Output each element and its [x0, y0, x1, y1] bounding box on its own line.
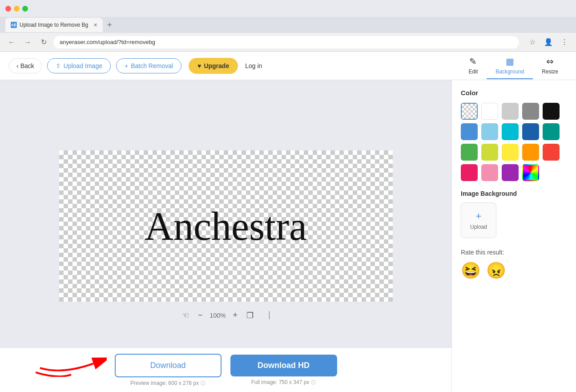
resize-tool-button[interactable]: ⇔ Resize — [533, 53, 567, 79]
upload-background-button[interactable]: + Upload — [461, 202, 496, 238]
upload-icon: ⇧ — [56, 62, 61, 69]
color-swatch-gradient[interactable] — [522, 164, 539, 181]
tab-favicon: AE — [11, 22, 17, 28]
main-content: Anchestra ☜ − 100% + ❐ ⎹ — [0, 80, 576, 392]
upload-image-button[interactable]: ⇧ Upload Image — [47, 58, 111, 73]
zoom-in-button[interactable]: + — [231, 309, 239, 322]
upload-plus-icon: + — [476, 210, 482, 222]
rate-section: Rate this result: 😆 😠 — [461, 249, 567, 280]
color-swatch-white[interactable] — [481, 103, 498, 120]
back-nav-button[interactable]: ← — [5, 36, 18, 48]
canvas-area: Anchestra ☜ − 100% + ❐ ⎹ — [0, 80, 451, 392]
edit-tool-button[interactable]: ✎ Edit — [460, 53, 487, 79]
heart-icon: ♥ — [197, 62, 201, 69]
color-swatch-light-gray[interactable] — [502, 103, 519, 120]
image-background-section: Image Background + Upload — [461, 190, 567, 238]
fit-screen-button[interactable]: ❐ — [245, 309, 255, 322]
background-icon: ▦ — [506, 56, 514, 67]
upload-bg-label: Upload — [470, 224, 487, 230]
background-label: Background — [495, 69, 524, 75]
zoom-level: 100% — [210, 312, 226, 319]
preview-label: Preview image: 600 x 278 px — [130, 380, 199, 386]
new-tab-button[interactable]: + — [105, 20, 115, 30]
color-swatch-pink[interactable] — [481, 164, 498, 181]
resize-label: Resize — [542, 69, 558, 75]
download-hd-button[interactable]: Download HD — [230, 355, 337, 376]
back-chevron-icon: ‹ — [16, 62, 19, 69]
color-swatch-yellow[interactable] — [502, 144, 519, 161]
address-input[interactable] — [53, 36, 519, 48]
login-button[interactable]: Log in — [245, 62, 262, 69]
upgrade-button[interactable]: ♥ Upgrade — [189, 58, 238, 74]
download-hd-section: Download HD Full image: 750 x 347 px ⓘ — [230, 355, 337, 386]
plus-icon: + — [125, 62, 128, 69]
sidebar: Color Image Background + — [451, 80, 576, 392]
color-swatch-gray[interactable] — [522, 103, 539, 120]
header-tools: ✎ Edit ▦ Background ⇔ Resize — [460, 53, 567, 79]
browser-actions: ☆ 👤 ⋮ — [526, 36, 571, 48]
zoom-controls: ☜ − 100% + ❐ ⎹ — [180, 309, 271, 322]
tab-bar: AE Upload Image to Remove Bg ✕ + — [0, 17, 576, 33]
color-swatch-purple[interactable] — [502, 164, 519, 181]
reload-button[interactable]: ↻ — [37, 36, 50, 48]
info-icon-hd: ⓘ — [311, 379, 316, 386]
happy-emoji-button[interactable]: 😆 — [461, 261, 481, 280]
color-swatch-red[interactable] — [543, 144, 560, 161]
red-arrow-icon — [36, 350, 107, 377]
color-swatch-yellow-green[interactable] — [481, 144, 498, 161]
zoom-out-button[interactable]: − — [196, 309, 205, 322]
edit-label: Edit — [469, 69, 478, 75]
color-swatch-teal[interactable] — [543, 123, 560, 140]
color-section-title: Color — [461, 89, 567, 97]
color-swatch-transparent[interactable] — [461, 103, 478, 120]
full-label: Full image: 750 x 347 px — [251, 379, 310, 385]
color-swatch-blue2[interactable] — [481, 123, 498, 140]
color-swatch-green[interactable] — [461, 144, 478, 161]
download-section: Download Preview image: 600 x 278 px ⓘ — [115, 354, 222, 387]
upgrade-label: Upgrade — [204, 62, 229, 69]
resize-icon: ⇔ — [546, 56, 554, 67]
active-tab[interactable]: AE Upload Image to Remove Bg ✕ — [5, 18, 103, 32]
color-swatch-pink-red[interactable] — [461, 164, 478, 181]
preview-size-text: Preview image: 600 x 278 px ⓘ — [130, 380, 205, 387]
tab-close-button[interactable]: ✕ — [93, 22, 97, 28]
image-bg-title: Image Background — [461, 190, 567, 197]
bookmark-button[interactable]: ☆ — [526, 36, 539, 48]
signature-text: Anchestra — [145, 203, 307, 249]
browser-chrome: AE Upload Image to Remove Bg ✕ + ← → ↻ ☆… — [0, 0, 576, 52]
app-header: ‹ Back ⇧ Upload Image + Batch Removal ♥ … — [0, 52, 576, 80]
batch-removal-button[interactable]: + Batch Removal — [116, 58, 181, 73]
batch-label: Batch Removal — [131, 62, 173, 69]
image-canvas: Anchestra — [59, 150, 393, 302]
arrow-annotation — [36, 350, 107, 379]
profile-button[interactable]: 👤 — [542, 36, 555, 48]
color-swatch-black[interactable] — [543, 103, 560, 120]
close-window-button[interactable] — [5, 6, 11, 12]
menu-button[interactable]: ⋮ — [558, 36, 571, 48]
color-swatch-blue-accent[interactable] — [461, 123, 478, 140]
bottom-bar: Download Preview image: 600 x 278 px ⓘ D… — [0, 348, 451, 392]
minimize-window-button[interactable] — [14, 6, 20, 12]
full-size-text: Full image: 750 x 347 px ⓘ — [251, 379, 316, 386]
emoji-row: 😆 😠 — [461, 261, 567, 280]
address-bar: ← → ↻ ☆ 👤 ⋮ — [0, 33, 576, 52]
angry-emoji-button[interactable]: 😠 — [486, 261, 506, 280]
edit-icon: ✎ — [469, 56, 477, 67]
color-swatch-blue-dark[interactable] — [522, 123, 539, 140]
download-button[interactable]: Download — [115, 354, 222, 377]
split-view-button[interactable]: ⎹ — [261, 309, 271, 322]
rate-title: Rate this result: — [461, 249, 567, 256]
maximize-window-button[interactable] — [22, 6, 28, 12]
back-label: Back — [20, 62, 34, 69]
pan-tool-button[interactable]: ☜ — [180, 309, 191, 322]
upload-label: Upload Image — [64, 62, 102, 69]
image-preview: Anchestra — [59, 150, 393, 302]
background-tool-button[interactable]: ▦ Background — [487, 53, 533, 79]
forward-nav-button[interactable]: → — [21, 36, 34, 48]
traffic-lights — [5, 6, 28, 12]
color-swatch-orange[interactable] — [522, 144, 539, 161]
titlebar — [0, 0, 576, 17]
color-swatch-cyan[interactable] — [502, 123, 519, 140]
info-icon: ⓘ — [201, 380, 205, 387]
back-button[interactable]: ‹ Back — [9, 58, 42, 73]
